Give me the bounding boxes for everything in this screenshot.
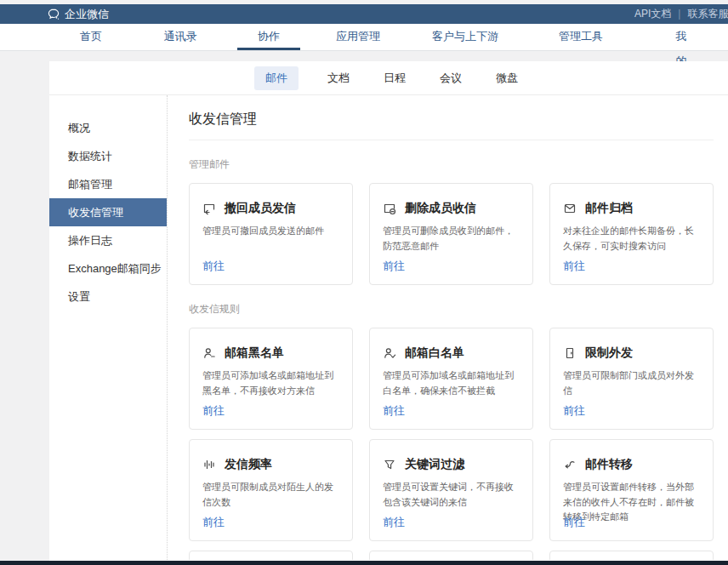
nav-item-admin-tools[interactable]: 管理工具 <box>538 24 623 50</box>
go-link[interactable]: 前往 <box>383 403 405 419</box>
mail-archive-icon <box>563 202 577 215</box>
card-title: 邮件归档 <box>585 201 633 216</box>
nav-item-my-company[interactable]: 我的企业 <box>656 24 708 50</box>
card-desc: 管理员可设置关键词，不再接收包含该关键词的来信 <box>383 480 520 510</box>
restrict-outgoing-icon <box>563 346 577 360</box>
section-label-manage-mail: 管理邮件 <box>189 157 714 172</box>
go-link[interactable]: 前往 <box>563 259 585 274</box>
card-title: 关键词过滤 <box>405 457 464 472</box>
card-desc: 对来往企业的邮件长期备份，长久保存，可实时搜索访问 <box>563 224 700 254</box>
blacklist-icon <box>202 346 216 360</box>
card-title: 发信频率 <box>225 457 272 472</box>
main-panel: 邮件 文档 日程 会议 微盘 概况 数据统计 邮箱管理 收发信管理 操作日志 E… <box>49 61 728 561</box>
go-link[interactable]: 前往 <box>202 403 225 419</box>
rules-card-grid: 邮箱黑名单 管理员可添加域名或邮箱地址到黑名单，不再接收对方来信 前往 邮箱白名… <box>189 328 714 560</box>
api-docs-link[interactable]: API文档 <box>634 7 671 21</box>
card-desc: 管理员可限制成员对陌生人的发信次数 <box>202 480 339 510</box>
card-mail-backup: 邮件备份 <box>369 551 533 560</box>
subtab-drive[interactable]: 微盘 <box>491 66 523 90</box>
card-title: 邮箱黑名单 <box>225 345 284 361</box>
card-delete-received-mail: 删除成员收信 管理员可删除成员收到的邮件，防范恶意邮件 前往 <box>369 183 533 285</box>
go-link[interactable]: 前往 <box>383 515 405 530</box>
card-mailbox-whitelist: 邮箱白名单 管理员可添加域名或邮箱地址到白名单，确保来信不被拦截 前往 <box>369 328 533 430</box>
sidebar-item-operation-log[interactable]: 操作日志 <box>49 226 167 254</box>
card-mail-review: 邮件审核 <box>189 551 353 560</box>
mail-transfer-icon <box>563 458 577 471</box>
card-desc: 管理员可撤回成员发送的邮件 <box>202 224 339 239</box>
card-title: 邮件转移 <box>585 457 633 472</box>
contact-support-link[interactable]: 联系客服 <box>671 7 728 21</box>
subtab-meeting[interactable]: 会议 <box>435 66 467 90</box>
sidebar-item-mailbox-management[interactable]: 邮箱管理 <box>49 170 167 198</box>
card-desc: 管理员可限制部门或成员对外发信 <box>563 368 700 398</box>
nav-item-home[interactable]: 首页 <box>60 24 122 50</box>
wechat-work-logo[interactable]: 企业微信 <box>47 4 109 24</box>
card-member-permission: 成员操作权限 <box>549 551 714 560</box>
sidebar-item-overview[interactable]: 概况 <box>49 114 167 142</box>
subtab-docs[interactable]: 文档 <box>322 66 355 90</box>
frequency-icon <box>202 458 216 471</box>
collab-subtabs: 邮件 文档 日程 会议 微盘 <box>49 61 728 95</box>
card-keyword-filter: 关键词过滤 管理员可设置关键词，不再接收包含该关键词的来信 前往 <box>369 439 533 541</box>
sidebar-item-send-receive-management[interactable]: 收发信管理 <box>49 198 167 226</box>
card-restrict-outgoing: 限制外发 管理员可限制部门或成员对外发信 前往 <box>549 328 714 430</box>
chat-bubble-icon <box>47 8 60 20</box>
go-link[interactable]: 前往 <box>563 403 585 419</box>
keyword-filter-icon <box>383 458 396 471</box>
main-nav: 首页 通讯录 协作 应用管理 客户与上下游 管理工具 我的企业 <box>0 24 728 51</box>
card-desc: 管理员可添加域名或邮箱地址到黑名单，不再接收对方来信 <box>202 368 339 398</box>
card-mail-transfer: 邮件转移 管理员可设置邮件转移，当外部来信的收件人不存在时，邮件被转移到特定邮箱… <box>549 439 714 541</box>
recall-icon <box>202 202 216 215</box>
sidebar-item-exchange-sync[interactable]: Exchange邮箱同步 <box>49 254 167 282</box>
manage-mail-card-grid: 撤回成员发信 管理员可撤回成员发送的邮件 前往 删除成员收信 管理员可删除成员收… <box>189 183 714 285</box>
panel-body: 概况 数据统计 邮箱管理 收发信管理 操作日志 Exchange邮箱同步 设置 … <box>49 95 728 560</box>
whitelist-icon <box>383 346 396 360</box>
sidebar-item-settings[interactable]: 设置 <box>49 282 167 311</box>
go-link[interactable]: 前往 <box>202 515 225 530</box>
card-send-frequency: 发信频率 管理员可限制成员对陌生人的发信次数 前往 <box>189 439 353 541</box>
logo-label: 企业微信 <box>65 7 109 22</box>
card-mailbox-blacklist: 邮箱黑名单 管理员可添加域名或邮箱地址到黑名单，不再接收对方来信 前往 <box>189 328 353 430</box>
card-desc: 管理员可添加域名或邮箱地址到白名单，确保来信不被拦截 <box>383 368 520 398</box>
card-title: 限制外发 <box>585 345 633 361</box>
sidebar-item-statistics[interactable]: 数据统计 <box>49 142 167 170</box>
title-divider <box>189 140 714 140</box>
go-link[interactable]: 前往 <box>202 259 225 274</box>
card-desc: 管理员可删除成员收到的邮件，防范恶意邮件 <box>383 224 520 254</box>
card-recall-sent-mail: 撤回成员发信 管理员可撤回成员发送的邮件 前往 <box>189 183 353 285</box>
sidebar: 概况 数据统计 邮箱管理 收发信管理 操作日志 Exchange邮箱同步 设置 <box>49 95 168 560</box>
nav-item-customers[interactable]: 客户与上下游 <box>412 24 519 50</box>
nav-item-contacts[interactable]: 通讯录 <box>144 24 218 50</box>
card-mail-archive: 邮件归档 对来往企业的邮件长期备份，长久保存，可实时搜索访问 前往 <box>549 183 714 285</box>
topbar: 企业微信 API文档 联系客服 退出 <box>0 4 728 24</box>
card-title: 邮箱白名单 <box>405 345 464 361</box>
card-title: 撤回成员发信 <box>225 201 296 216</box>
delete-mail-icon <box>383 202 396 215</box>
card-title: 删除成员收信 <box>405 201 476 216</box>
page-title: 收发信管理 <box>189 111 714 128</box>
nav-item-app-management[interactable]: 应用管理 <box>316 24 401 50</box>
subtab-mail[interactable]: 邮件 <box>254 66 299 90</box>
nav-item-collaboration[interactable]: 协作 <box>237 24 300 50</box>
subtab-calendar[interactable]: 日程 <box>378 66 411 90</box>
go-link[interactable]: 前往 <box>563 515 585 530</box>
content-area: 收发信管理 管理邮件 撤回成员发信 管理员可撤回成员发送的邮件 前往 <box>168 95 728 560</box>
window-bottom-edge <box>0 561 728 565</box>
topbar-links: API文档 联系客服 退出 <box>634 4 728 24</box>
go-link[interactable]: 前往 <box>383 259 405 274</box>
section-label-send-receive-rules: 收发信规则 <box>189 302 714 317</box>
